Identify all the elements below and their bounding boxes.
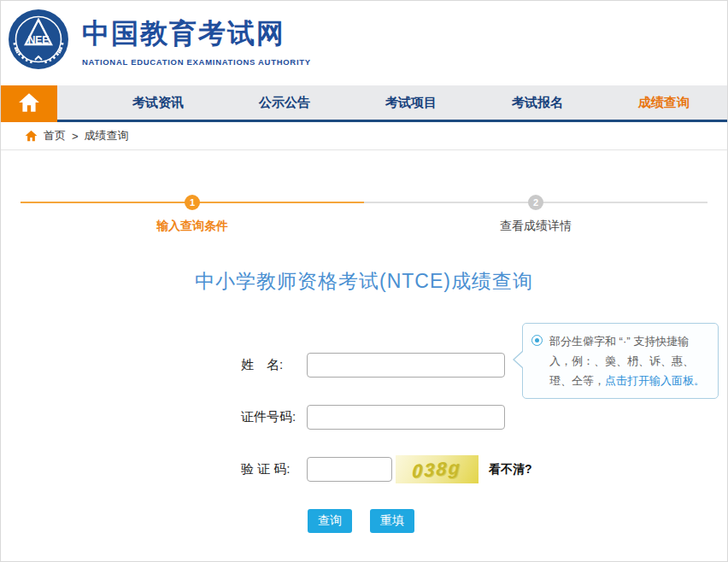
name-label: 姓 名: [241, 357, 297, 373]
name-input[interactable] [307, 353, 505, 378]
main-nav: 考试资讯 公示公告 考试项目 考试报名 成绩查询 [1, 85, 727, 122]
step-1-label: 输入查询条件 [21, 219, 364, 234]
step-2: 2 查看成绩详情 [364, 195, 707, 239]
query-button[interactable]: 查询 [308, 509, 352, 533]
site-title: 中国教育考试网 [82, 15, 311, 53]
home-button[interactable] [1, 85, 57, 122]
nav-item-score-query[interactable]: 成绩查询 [601, 85, 727, 120]
breadcrumb-home-icon [25, 130, 38, 142]
captcha-image[interactable]: 038g [396, 455, 478, 483]
svg-text:NEE: NEE [28, 34, 50, 46]
captcha-label: 验 证 码: [241, 461, 297, 477]
open-input-panel-link[interactable]: 点击打开输入面板。 [605, 374, 705, 387]
step-2-circle: 2 [528, 195, 543, 210]
site-header: NEE 中国教育考试网 NATIONAL EDUCATION EXAMINATI… [1, 1, 727, 85]
id-number-row: 证件号码: [1, 405, 727, 430]
captcha-image-text: 038g [412, 456, 461, 483]
tooltip-body: 部分生僻字和 “·” 支持快捷输入，例：、羮、枬、诉、惠、璒、仝等，点击打开输入… [531, 331, 709, 390]
step-1-circle: 1 [185, 195, 200, 210]
nav-item-exam-news[interactable]: 考试资讯 [95, 85, 221, 120]
captcha-row: 验 证 码: 038g 看不清? [1, 457, 727, 482]
progress-stepper: 1 输入查询条件 2 查看成绩详情 [21, 195, 707, 239]
nav-underline [1, 120, 727, 122]
nav-items: 考试资讯 公示公告 考试项目 考试报名 成绩查询 [57, 85, 727, 120]
radio-bullet-icon [531, 335, 543, 346]
breadcrumb-home-link[interactable]: 首页 [44, 128, 66, 143]
nav-item-exam-registration[interactable]: 考试报名 [474, 85, 601, 120]
site-subtitle: NATIONAL EDUCATION EXAMINATIONS AUTHORIT… [82, 57, 311, 67]
step-2-label: 查看成绩详情 [364, 219, 707, 234]
breadcrumb-separator: > [72, 130, 79, 143]
page: NEE 中国教育考试网 NATIONAL EDUCATION EXAMINATI… [0, 0, 728, 562]
home-icon [18, 92, 40, 116]
button-row: 查询 重填 [1, 509, 727, 533]
id-number-label: 证件号码: [241, 409, 297, 425]
captcha-refresh-link[interactable]: 看不清? [489, 462, 532, 477]
neea-logo-icon: NEE [8, 9, 69, 73]
brand-text: 中国教育考试网 NATIONAL EDUCATION EXAMINATIONS … [82, 15, 311, 67]
id-number-input[interactable] [307, 405, 505, 430]
step-1: 1 输入查询条件 [21, 195, 364, 239]
breadcrumb-current: 成绩查询 [85, 128, 129, 143]
nav-item-exam-programs[interactable]: 考试项目 [348, 85, 474, 120]
page-title: 中小学教师资格考试(NTCE)成绩查询 [1, 268, 727, 295]
rare-character-tooltip: 部分生僻字和 “·” 支持快捷输入，例：、羮、枬、诉、惠、璒、仝等，点击打开输入… [522, 323, 719, 399]
reset-button[interactable]: 重填 [370, 509, 414, 533]
breadcrumb: 首页 > 成绩查询 [1, 122, 727, 150]
nav-item-public-notice[interactable]: 公示公告 [221, 85, 348, 120]
captcha-input[interactable] [307, 457, 392, 482]
